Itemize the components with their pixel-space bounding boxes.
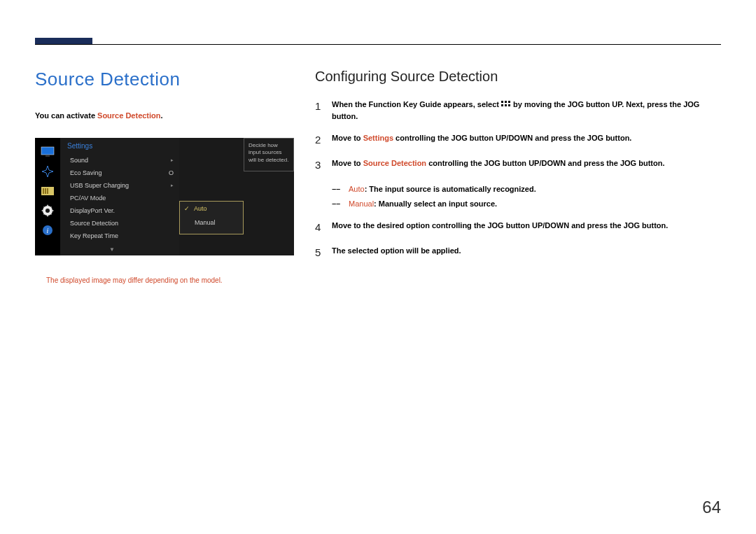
bars-icon <box>39 183 56 199</box>
sparkle-icon <box>39 164 56 179</box>
disclaimer-text: The displayed image may differ depending… <box>35 276 294 284</box>
intro-highlight: Source Detection <box>97 111 160 120</box>
svg-rect-3 <box>43 188 44 194</box>
svg-rect-10 <box>501 101 503 103</box>
step-3: 3 Move to Source Detection controlling t… <box>315 157 721 174</box>
step-2: 2 Move to Settings controlling the JOG b… <box>315 132 721 148</box>
step-number: 4 <box>315 220 332 236</box>
info-icon: i <box>39 223 56 238</box>
svg-rect-15 <box>508 104 510 106</box>
osd-screenshot: i Settings Sound▸ Eco SavingO USB Super … <box>35 138 294 255</box>
svg-rect-14 <box>505 104 507 106</box>
svg-rect-0 <box>41 147 54 155</box>
right-column: Configuring Source Detection 1 When the … <box>315 69 721 271</box>
osd-item-keyrepeat: Key Repeat Time <box>67 230 179 242</box>
osd-menu-title: Settings <box>67 142 179 150</box>
intro-text: You can activate Source Detection. <box>35 111 294 120</box>
step-number: 5 <box>315 245 332 261</box>
bullet-list: ‒‒ Auto: The input source is automatical… <box>332 183 721 210</box>
svg-rect-1 <box>46 155 50 157</box>
monitor-icon <box>39 144 56 160</box>
svg-point-7 <box>46 209 50 213</box>
intro-prefix: You can activate <box>35 111 97 120</box>
osd-tooltip: Decide how input sources will be detecte… <box>244 138 294 171</box>
svg-rect-12 <box>508 101 510 103</box>
osd-item-dp: DisplayPort Ver. <box>67 204 179 217</box>
osd-item-source: Source Detection <box>67 217 179 230</box>
osd-item-usb: USB Super Charging▸ <box>67 179 179 192</box>
gear-icon <box>39 203 56 218</box>
header-divider <box>35 44 721 45</box>
step-number: 1 <box>315 99 332 115</box>
osd-item-pcav: PC/AV Mode <box>67 192 179 204</box>
svg-rect-11 <box>505 101 507 103</box>
intro-suffix: . <box>161 111 163 120</box>
scroll-down-indicator: ▼ <box>109 246 115 253</box>
bullet-manual: ‒‒ Manual: Manually select an input sour… <box>332 198 721 210</box>
osd-submenu: ✓ Auto Manual <box>179 201 244 234</box>
step-number: 2 <box>315 132 332 148</box>
osd-sub-auto: ✓ Auto <box>180 202 243 216</box>
bullet-auto: ‒‒ Auto: The input source is automatical… <box>332 183 721 195</box>
left-column: Source Detection You can activate Source… <box>35 69 294 284</box>
osd-sub-manual: Manual <box>180 216 243 230</box>
svg-text:i: i <box>47 227 49 234</box>
page-number: 64 <box>702 498 721 517</box>
osd-icon-rail: i <box>35 138 60 255</box>
osd-item-eco: Eco SavingO <box>67 167 179 179</box>
step-4: 4 Move to the desired option controlling… <box>315 220 721 236</box>
svg-rect-4 <box>45 188 46 194</box>
step-1: 1 When the Function Key Guide appears, s… <box>315 99 721 122</box>
check-icon: ✓ <box>184 205 190 212</box>
step-5: 5 The selected option will be applied. <box>315 245 721 261</box>
osd-item-sound: Sound▸ <box>67 154 179 167</box>
menu-grid-icon <box>501 99 511 111</box>
osd-menu-panel: Settings Sound▸ Eco SavingO USB Super Ch… <box>60 138 179 255</box>
section-title: Source Detection <box>35 69 294 90</box>
step-number: 3 <box>315 157 332 174</box>
svg-rect-13 <box>501 104 503 106</box>
config-title: Configuring Source Detection <box>315 69 721 85</box>
svg-rect-5 <box>47 188 48 194</box>
osd-right-stack: Decide how input sources will be detecte… <box>179 138 294 255</box>
